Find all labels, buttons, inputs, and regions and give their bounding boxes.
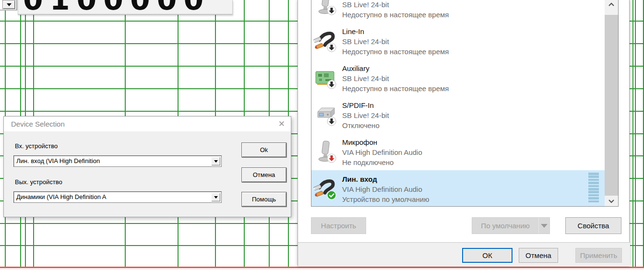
cancel-button[interactable]: Отмена	[519, 248, 558, 263]
set-default-label: По умолчанию	[472, 222, 538, 230]
help-button[interactable]: Помощь	[241, 192, 286, 207]
scroll-up-button[interactable]	[605, 0, 618, 8]
device-status: Недоступно в настоящее время	[342, 11, 449, 21]
scroll-down-button[interactable]	[605, 197, 618, 206]
cancel-button[interactable]: Отмена	[241, 167, 286, 182]
set-default-button[interactable]: По умолчанию	[472, 217, 550, 234]
device-list[interactable]: SB Live! 24-bit Недоступно в настоящее в…	[311, 0, 619, 207]
device-status: Устройство по умолчанию	[342, 195, 429, 205]
device-selection-dialog: Device Selection ✕ Вх. устройство Лин. в…	[3, 116, 291, 217]
device-row[interactable]: Line-In SB Live! 24-bit Недоступно в нас…	[311, 23, 618, 59]
input-device-label: Вх. устройство	[15, 142, 58, 150]
dialog-footer: ОК Отмена Применить	[298, 243, 630, 266]
arrow-down-black-badge-icon	[327, 117, 336, 126]
arrow-down-black-badge-icon	[327, 80, 336, 89]
device-status: Недоступно в настоящее время	[342, 84, 449, 94]
readout-digits: 0100000 %	[23, 0, 233, 15]
output-device-label: Вых. устройство	[15, 178, 62, 186]
screen: 0100000 % Device Selection ✕ Вх. устройс…	[0, 0, 644, 270]
chevron-down-icon	[214, 160, 218, 163]
device-name: Auxiliary	[342, 64, 370, 74]
device-description: SB Live! 24-bit	[342, 37, 389, 47]
device-row-selected[interactable]: Лин. вход VIA High Definition Audio Устр…	[311, 170, 618, 207]
device-description: SB Live! 24-bit	[342, 0, 389, 11]
apply-button[interactable]: Применить	[575, 248, 622, 263]
arrow-down-black-badge-icon	[327, 43, 336, 52]
device-description: VIA High Definition Audio	[342, 185, 422, 195]
dialog-title: Device Selection	[11, 120, 65, 128]
level-readout-panel: 0100000 %	[18, 0, 233, 15]
output-device-combobox[interactable]: Динамики (VIA High Definition A	[13, 191, 222, 203]
chevron-down-icon	[541, 224, 548, 228]
combobox-dropdown-button[interactable]	[2, 0, 15, 9]
input-device-combobox[interactable]: Лин. вход (VIA High Definition	[13, 155, 222, 167]
dialog-titlebar[interactable]: Device Selection ✕	[4, 117, 291, 131]
ok-button[interactable]: Ok	[241, 142, 286, 157]
arrow-down-red-badge-icon	[327, 153, 336, 163]
chevron-down-icon	[214, 196, 218, 199]
device-name: Микрофон	[342, 138, 377, 148]
device-row[interactable]: S/PDIF-In SB Live! 24-bit Отключено	[311, 96, 618, 133]
device-name: S/PDIF-In	[342, 101, 374, 111]
arrow-down-black-badge-icon	[327, 6, 336, 15]
device-name: Line-In	[342, 27, 364, 37]
background-combobox[interactable]	[0, 0, 17, 11]
device-status: Недоступно в настоящее время	[342, 47, 449, 58]
output-device-value: Динамики (VIA High Definition A	[16, 193, 107, 200]
below-axis-strip	[0, 268, 644, 270]
input-level-meter	[588, 173, 599, 203]
device-row[interactable]: SB Live! 24-bit Недоступно в настоящее в…	[311, 0, 618, 23]
device-row[interactable]: Auxiliary SB Live! 24-bit Недоступно в н…	[311, 59, 618, 96]
right-edge-shade	[641, 0, 644, 267]
close-icon[interactable]: ✕	[278, 119, 285, 129]
device-description: SB Live! 24-bit	[342, 74, 389, 84]
scrollbar-thumb[interactable]	[605, 15, 618, 196]
device-description: SB Live! 24-bit	[342, 111, 389, 121]
configure-button[interactable]: Настроить	[311, 217, 366, 234]
properties-button[interactable]: Свойства	[565, 217, 621, 234]
ok-button[interactable]: ОК	[462, 248, 513, 263]
device-status: Отключено	[342, 121, 380, 131]
device-name: Лин. вход	[342, 175, 377, 185]
chevron-down-icon	[608, 200, 614, 203]
chevron-up-icon	[608, 2, 614, 6]
chevron-down-icon	[7, 3, 12, 6]
output-device-dropdown-button[interactable]	[211, 193, 220, 201]
scrollbar[interactable]	[605, 0, 618, 206]
device-description: VIA High Definition Audio	[342, 148, 422, 158]
sound-dialog: SB Live! 24-bit Недоступно в настоящее в…	[298, 0, 630, 266]
set-default-split-arrow[interactable]	[538, 218, 549, 234]
check-green-badge-icon	[327, 190, 336, 200]
device-status: Не подключено	[342, 158, 394, 168]
device-row[interactable]: Микрофон VIA High Definition Audio Не по…	[311, 133, 618, 170]
input-device-dropdown-button[interactable]	[211, 157, 220, 165]
input-device-value: Лин. вход (VIA High Definition	[16, 157, 100, 164]
